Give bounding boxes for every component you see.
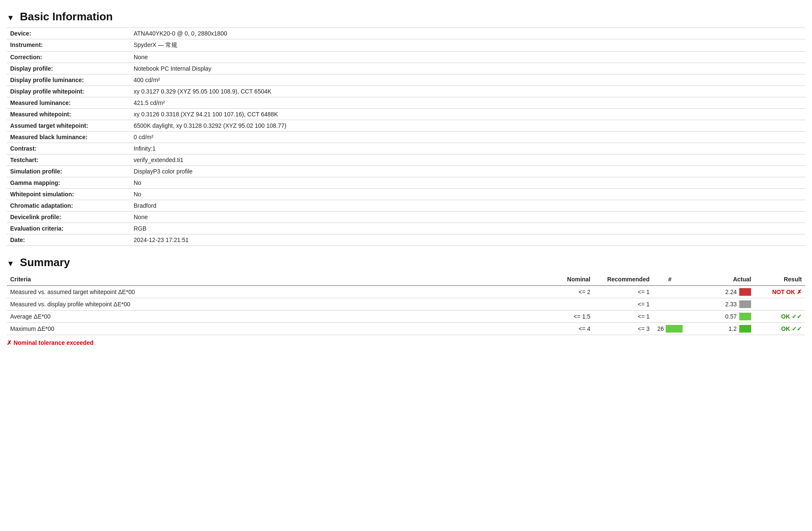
info-row: Device: ATNA40YK20-0 @ 0, 0, 2880x1800 [7, 28, 805, 39]
summary-result: OK ✓✓ [754, 323, 805, 335]
summary-result: OK ✓✓ [754, 311, 805, 323]
col-header-recommended: Recommended [594, 273, 653, 286]
info-label: Chromatic adaptation: [7, 200, 125, 212]
col-header-actual: Actual [687, 273, 754, 286]
info-label: Simulation profile: [7, 166, 125, 177]
info-label: Whitepoint simulation: [7, 189, 125, 200]
summary-section: ▼ Summary Criteria Nominal Recommended #… [7, 256, 805, 346]
info-label: Gamma mapping: [7, 177, 125, 189]
summary-row: Measured vs. assumed target whitepoint Δ… [7, 286, 805, 298]
summary-criteria: Measured vs. display profile whitepoint … [7, 298, 539, 311]
info-row: Assumed target whitepoint: 6500K dayligh… [7, 120, 805, 132]
info-label: Display profile whitepoint: [7, 86, 125, 97]
actual-color-box [739, 300, 751, 308]
info-row: Measured whitepoint: xy 0.3126 0.3318 (X… [7, 109, 805, 120]
summary-hash [653, 311, 687, 323]
basic-info-section: ▼ Basic Information Device: ATNA40YK20-0… [7, 10, 805, 246]
info-row: Measured luminance: 421.5 cd/m² [7, 97, 805, 109]
info-row: Devicelink profile: None [7, 212, 805, 223]
info-row: Correction: None [7, 52, 805, 63]
actual-number: 2.33 [725, 301, 737, 308]
info-label: Display profile luminance: [7, 74, 125, 86]
info-label: Device: [7, 28, 125, 39]
summary-criteria: Average ΔE*00 [7, 311, 539, 323]
info-label: Testchart: [7, 154, 125, 166]
hash-value: 26 [657, 325, 664, 332]
actual-cell: 1.2 [690, 325, 751, 333]
result-text: OK ✓✓ [781, 313, 802, 320]
info-row: Gamma mapping: No [7, 177, 805, 189]
col-header-result: Result [754, 273, 805, 286]
summary-recommended: <= 1 [594, 286, 653, 298]
info-label: Date: [7, 234, 125, 246]
info-label: Evaluation criteria: [7, 223, 125, 234]
actual-number: 2.24 [725, 289, 737, 295]
collapse-triangle-summary[interactable]: ▼ [7, 259, 14, 268]
collapse-triangle-basic[interactable]: ▼ [7, 14, 14, 22]
col-header-criteria: Criteria [7, 273, 539, 286]
summary-result [754, 298, 805, 311]
actual-color-box [739, 313, 751, 320]
info-row: Date: 2024-12-23 17:21:51 [7, 234, 805, 246]
summary-table: Criteria Nominal Recommended # Actual Re… [7, 273, 805, 335]
info-value: ATNA40YK20-0 @ 0, 0, 2880x1800 [125, 28, 805, 39]
basic-info-header: ▼ Basic Information [7, 10, 805, 23]
summary-header: ▼ Summary [7, 256, 805, 269]
info-value: Notebook PC Internal Display [125, 63, 805, 74]
info-row: Contrast: Infinity:1 [7, 143, 805, 154]
summary-nominal [539, 298, 594, 311]
summary-recommended: <= 3 [594, 323, 653, 335]
info-value: SpyderX — 常规 [125, 39, 805, 52]
col-header-nominal: Nominal [539, 273, 594, 286]
summary-recommended: <= 1 [594, 311, 653, 323]
actual-color-box [739, 288, 751, 296]
summary-title: Summary [20, 256, 70, 269]
summary-hash [653, 298, 687, 311]
summary-actual: 2.33 [687, 298, 754, 311]
info-value: None [125, 52, 805, 63]
summary-criteria: Maximum ΔE*00 [7, 323, 539, 335]
summary-recommended: <= 1 [594, 298, 653, 311]
hash-bar [666, 325, 683, 333]
info-row: Simulation profile: DisplayP3 color prof… [7, 166, 805, 177]
summary-nominal: <= 1.5 [539, 311, 594, 323]
info-value: xy 0.3127 0.329 (XYZ 95.05 100 108.9), C… [125, 86, 805, 97]
info-value: 421.5 cd/m² [125, 97, 805, 109]
info-row: Display profile: Notebook PC Internal Di… [7, 63, 805, 74]
actual-cell: 2.33 [690, 300, 751, 308]
info-row: Testchart: verify_extended.ti1 [7, 154, 805, 166]
actual-color-box [739, 325, 751, 333]
info-label: Devicelink profile: [7, 212, 125, 223]
basic-info-title: Basic Information [20, 10, 113, 23]
actual-number: 1.2 [729, 325, 737, 332]
info-row: Display profile luminance: 400 cd/m² [7, 74, 805, 86]
col-header-hash: # [653, 273, 687, 286]
info-value: No [125, 177, 805, 189]
hash-cell: 26 [656, 325, 683, 333]
info-label: Contrast: [7, 143, 125, 154]
actual-number: 0.57 [725, 313, 737, 320]
summary-criteria: Measured vs. assumed target whitepoint Δ… [7, 286, 539, 298]
summary-actual: 2.24 [687, 286, 754, 298]
summary-actual: 1.2 [687, 323, 754, 335]
info-value: xy 0.3126 0.3318 (XYZ 94.21 100 107.16),… [125, 109, 805, 120]
info-value: 0 cd/m² [125, 132, 805, 143]
summary-hash [653, 286, 687, 298]
info-value: verify_extended.ti1 [125, 154, 805, 166]
info-value: Bradford [125, 200, 805, 212]
summary-row: Average ΔE*00 <= 1.5 <= 1 0.57 OK ✓✓ [7, 311, 805, 323]
nominal-warning: ✗ Nominal tolerance exceeded [7, 339, 805, 346]
summary-header-row: Criteria Nominal Recommended # Actual Re… [7, 273, 805, 286]
summary-nominal: <= 4 [539, 323, 594, 335]
summary-nominal: <= 2 [539, 286, 594, 298]
summary-row: Maximum ΔE*00 <= 4 <= 3 26 1.2 OK ✓✓ [7, 323, 805, 335]
summary-hash: 26 [653, 323, 687, 335]
info-value: 6500K daylight, xy 0.3128 0.3292 (XYZ 95… [125, 120, 805, 132]
result-text: NOT OK ✗ [772, 289, 802, 295]
info-row: Chromatic adaptation: Bradford [7, 200, 805, 212]
info-label: Assumed target whitepoint: [7, 120, 125, 132]
summary-row: Measured vs. display profile whitepoint … [7, 298, 805, 311]
info-row: Measured black luminance: 0 cd/m² [7, 132, 805, 143]
actual-cell: 0.57 [690, 313, 751, 320]
info-value: RGB [125, 223, 805, 234]
